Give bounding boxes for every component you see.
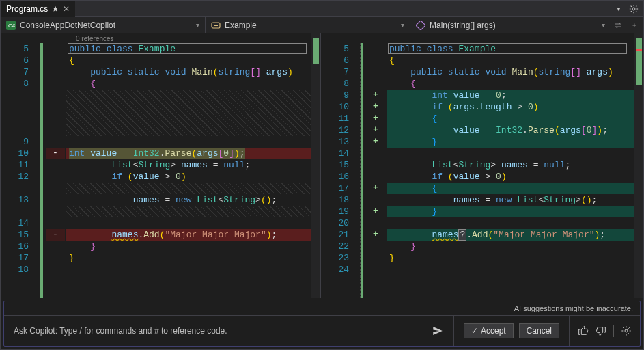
code-line[interactable]: if (value > 0) [66, 171, 320, 183]
code-line[interactable]: int value = 0; [387, 90, 643, 101]
code-line[interactable]: if (args.Length > 0) [387, 101, 643, 113]
code-line[interactable]: { [387, 113, 643, 124]
gear-icon[interactable] [621, 325, 632, 336]
code-line[interactable]: { [387, 78, 643, 90]
method-icon [416, 21, 425, 30]
tabbar: Program.cs ✕ ▾ [1, 1, 643, 17]
breadcrumb-project-label: ConsoleAppDotNetCopilot [20, 21, 115, 30]
code-line[interactable]: if (value > 0) [387, 171, 643, 183]
code-line[interactable] [66, 183, 320, 194]
code-line[interactable]: int value = Int32.Parse(args[0]); [66, 148, 320, 159]
code-left[interactable]: public class Example{ public static void… [66, 43, 320, 298]
diff-markers-left: -- [40, 43, 66, 298]
code-line[interactable]: } [387, 206, 643, 217]
chevron-down-icon: ▾ [401, 21, 404, 29]
code-line[interactable]: List<String> names = null; [66, 159, 320, 171]
code-line[interactable] [66, 90, 320, 113]
check-icon: ✓ [471, 326, 478, 336]
pin-icon[interactable] [52, 5, 59, 12]
accept-button[interactable]: ✓ Accept [464, 323, 514, 338]
swap-icon[interactable] [613, 21, 623, 30]
code-line[interactable]: public static void Main(string[] args) [387, 66, 643, 78]
tab-title: Program.cs [6, 4, 48, 14]
copilot-panel: AI suggestions might be inaccurate. Ask … [3, 301, 641, 347]
code-line[interactable]: public class Example [387, 43, 643, 55]
code-line[interactable]: names = new List<String>(); [66, 194, 320, 206]
gutter-right: 56789101112131415161718192021222324 [321, 43, 361, 298]
ai-warning: AI suggestions might be inaccurate. [4, 301, 640, 316]
thumbs-up-icon[interactable] [578, 325, 589, 336]
chevron-down-icon: ▾ [602, 21, 605, 29]
diff-pane-left: 0 references 56789101112131415161718 -- … [1, 33, 321, 298]
code-line[interactable]: { [387, 55, 643, 66]
code-line[interactable] [387, 148, 643, 159]
close-icon[interactable]: ✕ [63, 4, 70, 14]
svg-rect-5 [416, 21, 425, 30]
code-line[interactable] [66, 264, 320, 275]
file-tab[interactable]: Program.cs ✕ [1, 1, 75, 17]
accept-label: Accept [481, 326, 506, 336]
thumbs-down-icon[interactable] [596, 325, 606, 336]
code-line[interactable]: { [66, 78, 320, 90]
code-line[interactable]: value = Int32.Parse(args[0]); [387, 124, 643, 136]
diff-pane-right: 56789101112131415161718192021222324 ++++… [321, 33, 643, 298]
chevron-down-icon: ▾ [196, 21, 199, 29]
suggestion-actions: ✓ Accept Cancel [454, 316, 569, 346]
code-line[interactable] [66, 217, 320, 229]
code-line[interactable]: } [387, 252, 643, 264]
divider [613, 325, 614, 337]
code-line[interactable] [66, 206, 320, 217]
codelens-references[interactable]: 0 references [76, 35, 114, 42]
code-line[interactable]: public static void Main(string[] args) [66, 66, 320, 78]
settings-icon[interactable] [628, 3, 639, 14]
breadcrumb-project[interactable]: C# ConsoleAppDotNetCopilot ▾ [1, 17, 206, 33]
dropdown-icon[interactable]: ▾ [613, 3, 624, 14]
breadcrumb-member[interactable]: Main(string[] args) ▾ ＋ [410, 17, 643, 33]
svg-point-6 [625, 329, 628, 332]
breadcrumb-member-label: Main(string[] args) [430, 21, 496, 30]
code-line[interactable]: names.Add("Major Major Major"); [66, 229, 320, 241]
code-right[interactable]: public class Example{ public static void… [387, 43, 643, 298]
class-icon [211, 21, 221, 30]
svg-text:C#: C# [8, 23, 16, 29]
code-line[interactable]: names?.Add("Major Major Major"); [387, 229, 643, 241]
svg-rect-4 [214, 25, 218, 26]
overview-ruler-left[interactable] [311, 33, 320, 298]
code-line[interactable]: public class Example [66, 43, 320, 55]
code-line[interactable]: List<String> names = null; [387, 159, 643, 171]
code-line[interactable] [387, 264, 643, 275]
svg-point-0 [632, 8, 635, 10]
code-line[interactable]: } [387, 241, 643, 252]
overview-ruler-right[interactable] [634, 33, 643, 298]
code-line[interactable] [66, 136, 320, 148]
copilot-input[interactable]: Ask Copilot: Type / for commands and # t… [4, 316, 454, 346]
send-icon[interactable] [432, 325, 444, 337]
diff-markers-right: ++++++++ [361, 43, 387, 298]
code-line[interactable]: { [387, 183, 643, 194]
code-line[interactable]: } [66, 241, 320, 252]
editor-area: 0 references 56789101112131415161718 -- … [1, 33, 643, 298]
code-line[interactable] [66, 113, 320, 136]
breadcrumb-bar: C# ConsoleAppDotNetCopilot ▾ Example ▾ M… [1, 17, 643, 33]
breadcrumb-class[interactable]: Example ▾ [206, 17, 410, 33]
copilot-placeholder: Ask Copilot: Type / for commands and # t… [14, 326, 227, 336]
csharp-icon: C# [6, 21, 16, 30]
code-line[interactable]: } [387, 136, 643, 148]
cancel-button[interactable]: Cancel [519, 323, 559, 338]
breadcrumb-class-label: Example [225, 21, 257, 30]
cancel-label: Cancel [527, 326, 552, 336]
plus-icon[interactable]: ＋ [631, 21, 638, 30]
gutter-left: 56789101112131415161718 [1, 43, 40, 298]
code-line[interactable] [387, 217, 643, 229]
code-line[interactable]: names = new List<String>(); [387, 194, 643, 206]
code-line[interactable]: { [66, 55, 320, 66]
code-line[interactable]: } [66, 252, 320, 264]
feedback-icons [569, 316, 640, 346]
